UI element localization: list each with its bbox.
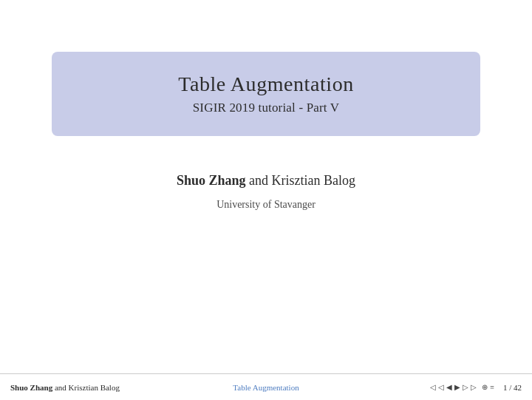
page-total: 42	[514, 383, 522, 392]
nav-last-icon[interactable]: ▷	[471, 383, 477, 391]
slide-title: Table Augmentation	[81, 72, 451, 96]
nav-first-icon[interactable]: ◁	[430, 383, 436, 391]
footer-right: ◁ ◁ ◀ ▶ ▷ ▷ ⊕ ≡ 1 / 42	[430, 383, 522, 392]
footer-author-rest: and Krisztian Balog	[52, 383, 120, 392]
nav-next-icon[interactable]: ▷	[463, 383, 468, 391]
primary-author: Shuo Zhang	[177, 173, 246, 188]
slide-subtitle: SIGIR 2019 tutorial - Part V	[81, 101, 451, 115]
footer-left: Shuo Zhang and Krisztian Balog	[10, 383, 120, 392]
nav-prev-icon[interactable]: ◁	[438, 383, 444, 391]
footer-bar: Shuo Zhang and Krisztian Balog Table Aug…	[0, 373, 532, 400]
authors-line: Shuo Zhang and Krisztian Balog	[177, 173, 355, 189]
footer-author-bold: Shuo Zhang	[10, 383, 52, 392]
page-current: 1	[503, 383, 508, 392]
nav-menu-icon[interactable]: ≡	[490, 383, 494, 391]
authors-section: Shuo Zhang and Krisztian Balog Universit…	[177, 173, 355, 211]
footer-title: Table Augmentation	[233, 383, 299, 392]
nav-arrow-left[interactable]: ◀	[446, 383, 452, 391]
nav-icons: ◁ ◁ ◀ ▶ ▷ ▷ ⊕ ≡	[430, 383, 494, 391]
title-box: Table Augmentation SIGIR 2019 tutorial -…	[52, 52, 480, 136]
nav-arrow-right[interactable]: ▶	[454, 383, 460, 391]
nav-zoom-icon[interactable]: ⊕	[482, 383, 488, 391]
page-number: 1 / 42	[503, 383, 522, 392]
slide-container: Table Augmentation SIGIR 2019 tutorial -…	[0, 0, 532, 400]
authors-rest: and Krisztian Balog	[246, 173, 355, 188]
affiliation: University of Stavanger	[177, 199, 355, 211]
main-content: Table Augmentation SIGIR 2019 tutorial -…	[0, 0, 532, 400]
footer-center[interactable]: Table Augmentation	[233, 383, 299, 392]
